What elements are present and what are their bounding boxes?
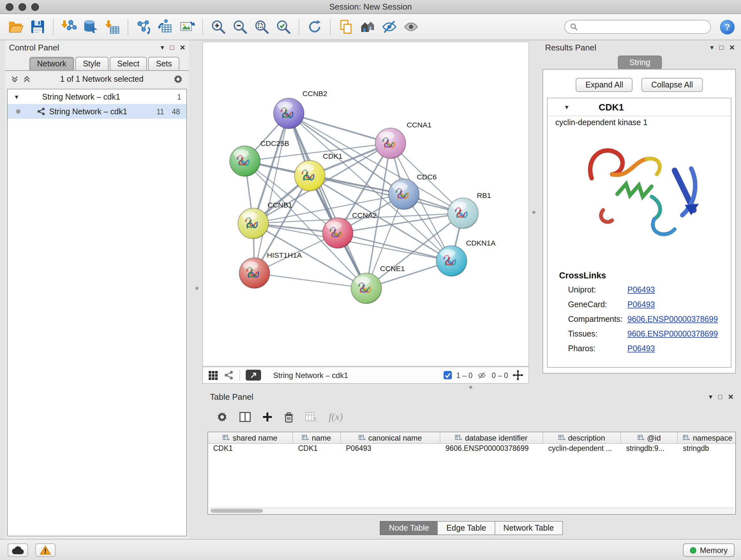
crosslink-link[interactable]: P06493 bbox=[627, 286, 655, 295]
close-window-button[interactable] bbox=[6, 3, 13, 11]
expand-all-icon[interactable] bbox=[23, 75, 30, 83]
column-header-name[interactable]: name bbox=[293, 432, 341, 443]
column-header-database-identifier[interactable]: database identifier bbox=[441, 432, 543, 443]
column-header-description[interactable]: description bbox=[543, 432, 621, 443]
export-image-button[interactable] bbox=[178, 17, 197, 37]
network-node-ccnb1[interactable] bbox=[238, 208, 269, 239]
home-networks-button[interactable] bbox=[358, 17, 377, 37]
network-node-ccna2[interactable] bbox=[323, 218, 353, 248]
table-cell[interactable]: stringdb bbox=[678, 444, 736, 455]
tab-sets[interactable]: Sets bbox=[148, 57, 180, 70]
network-node-cdkn1a[interactable] bbox=[436, 246, 467, 276]
table-cell[interactable]: 9606.ENSP00000378699 bbox=[441, 444, 543, 455]
clone-network-button[interactable] bbox=[134, 17, 153, 37]
panel-menu-icon[interactable]: ▾ bbox=[709, 393, 712, 400]
open-session-button[interactable] bbox=[6, 17, 25, 37]
tab-network[interactable]: Network bbox=[29, 57, 74, 70]
hide-selected-button[interactable] bbox=[380, 17, 399, 37]
help-button[interactable]: ? bbox=[720, 19, 735, 34]
network-view-icon[interactable] bbox=[224, 370, 233, 380]
save-session-button[interactable] bbox=[28, 17, 47, 37]
crosslink-link[interactable]: 9606.ENSP00000378699 bbox=[627, 315, 718, 324]
hidden-eye-icon[interactable] bbox=[477, 371, 487, 380]
network-node-ccne1[interactable] bbox=[351, 273, 382, 304]
network-edge[interactable] bbox=[289, 113, 391, 143]
import-network-database-button[interactable] bbox=[81, 17, 100, 37]
pan-crosshair-icon[interactable] bbox=[513, 370, 523, 381]
table-cell[interactable]: CDK1 bbox=[293, 444, 341, 455]
memory-button[interactable]: Memory bbox=[683, 543, 735, 557]
network-node-ccna1[interactable] bbox=[375, 128, 406, 159]
collapse-all-icon[interactable] bbox=[11, 75, 18, 83]
column-header-namespace[interactable]: namespace bbox=[678, 432, 736, 443]
panel-float-icon[interactable]: □ bbox=[718, 393, 722, 400]
panel-float-icon[interactable]: □ bbox=[719, 44, 724, 51]
apply-layout-button[interactable] bbox=[305, 17, 324, 37]
network-canvas[interactable]: CCNB2CCNA1CDC25BCDK1CDC6RB1CCNB1CCNA2CDK… bbox=[202, 42, 529, 367]
column-header-shared-name[interactable]: shared name bbox=[208, 432, 293, 443]
disclosure-triangle-icon[interactable]: ▼ bbox=[563, 104, 570, 110]
left-splitter-handle[interactable] bbox=[195, 287, 199, 290]
network-collection-row[interactable]: ▼ String Network – cdk1 1 bbox=[8, 89, 186, 104]
zoom-window-button[interactable] bbox=[31, 3, 39, 11]
column-header-id[interactable]: @id bbox=[621, 432, 678, 443]
tab-select[interactable]: Select bbox=[110, 57, 147, 70]
tab-string[interactable]: String bbox=[618, 56, 662, 70]
show-columns-icon[interactable] bbox=[239, 412, 251, 422]
tab-node-table[interactable]: Node Table bbox=[380, 521, 438, 535]
network-row[interactable]: String Network – cdk1 11 48 bbox=[8, 104, 186, 119]
warnings-button[interactable] bbox=[35, 543, 56, 557]
table-cell[interactable]: stringdb:9... bbox=[621, 444, 678, 455]
network-node-ccnb2[interactable] bbox=[273, 98, 304, 129]
crosslink-link[interactable]: P06493 bbox=[627, 344, 655, 354]
network-node-cdc6[interactable] bbox=[389, 179, 419, 209]
search-input[interactable] bbox=[581, 22, 705, 31]
search-field[interactable] bbox=[564, 20, 711, 34]
network-edge[interactable] bbox=[254, 273, 366, 288]
panel-menu-icon[interactable]: ▾ bbox=[710, 44, 714, 51]
zoom-out-button[interactable] bbox=[230, 17, 250, 37]
network-node-hist1h1a[interactable] bbox=[239, 258, 270, 288]
import-network-file-button[interactable] bbox=[59, 17, 78, 37]
table-cell[interactable]: P06493 bbox=[341, 444, 441, 455]
copy-documents-button[interactable] bbox=[336, 17, 355, 37]
tab-network-table[interactable]: Network Table bbox=[494, 521, 562, 535]
table-row[interactable]: CDK1 CDK1 P06493 9606.ENSP00000378699 cy… bbox=[208, 444, 735, 455]
panel-close-icon[interactable]: × bbox=[730, 43, 735, 52]
network-from-table-button[interactable] bbox=[156, 17, 175, 37]
zoom-selected-button[interactable] bbox=[274, 17, 293, 37]
tab-edge-table[interactable]: Edge Table bbox=[437, 521, 495, 535]
zoom-in-button[interactable] bbox=[209, 17, 228, 37]
panel-close-icon[interactable]: × bbox=[728, 392, 733, 401]
delete-icon[interactable] bbox=[284, 412, 293, 422]
zoom-fit-button[interactable] bbox=[252, 17, 271, 37]
horizontal-scrollbar[interactable] bbox=[209, 508, 734, 513]
cloud-status-button[interactable] bbox=[8, 543, 28, 557]
network-node-cdk1[interactable] bbox=[294, 161, 325, 191]
column-header-canonical-name[interactable]: canonical name bbox=[341, 432, 441, 443]
crosslink-link[interactable]: P06493 bbox=[627, 300, 655, 310]
import-table-button[interactable] bbox=[103, 17, 122, 37]
panel-float-icon[interactable]: □ bbox=[170, 44, 174, 51]
network-node-rb1[interactable] bbox=[448, 198, 478, 229]
network-edge[interactable] bbox=[289, 113, 366, 288]
network-node-cdc25b[interactable] bbox=[230, 146, 260, 177]
disclosure-triangle-icon[interactable]: ▼ bbox=[13, 94, 20, 100]
table-cell[interactable]: cyclin-dependent ... bbox=[543, 444, 621, 455]
table-gear-icon[interactable] bbox=[216, 411, 228, 423]
tab-style[interactable]: Style bbox=[75, 57, 109, 70]
bottom-splitter-handle[interactable] bbox=[469, 386, 472, 389]
panel-menu-icon[interactable]: ▾ bbox=[160, 44, 164, 51]
show-all-button[interactable] bbox=[401, 17, 421, 37]
add-column-icon[interactable] bbox=[262, 412, 273, 422]
right-splitter-handle[interactable] bbox=[532, 211, 536, 214]
selected-checkbox-icon[interactable] bbox=[444, 371, 452, 379]
detach-view-button[interactable] bbox=[246, 370, 261, 381]
scrollbar-thumb[interactable] bbox=[211, 509, 263, 513]
crosslink-link[interactable]: 9606.ENSP00000378699 bbox=[627, 329, 718, 339]
grid-view-icon[interactable] bbox=[208, 370, 218, 380]
minimize-window-button[interactable] bbox=[18, 3, 26, 11]
expand-all-button[interactable]: Expand All bbox=[576, 78, 633, 92]
collapse-all-button[interactable]: Collapse All bbox=[642, 78, 703, 92]
gear-icon[interactable] bbox=[173, 74, 183, 84]
